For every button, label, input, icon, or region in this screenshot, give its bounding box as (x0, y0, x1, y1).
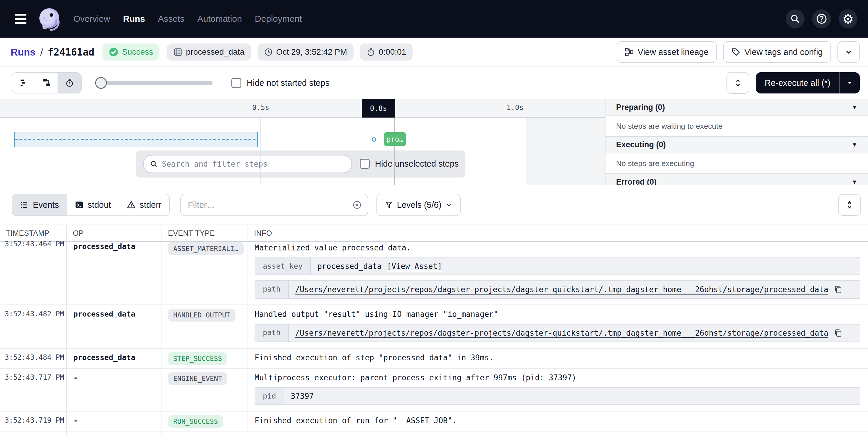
search-icon[interactable] (786, 9, 805, 28)
section-executing-header[interactable]: Executing (0) ▼ (606, 137, 868, 153)
tab-stderr-label: stderr (140, 200, 161, 210)
waiting-dashed-line (15, 139, 257, 140)
hide-unselected-label: Hide unselected steps (375, 159, 459, 169)
view-asset-lineage-button[interactable]: View asset lineage (617, 41, 717, 63)
dagster-logo-icon[interactable] (37, 6, 62, 31)
section-errored-header[interactable]: Errored (0) ▼ (606, 174, 868, 185)
copy-icon[interactable] (834, 285, 842, 294)
gantt-zoom-slider[interactable] (95, 72, 213, 93)
path-link[interactable]: /Users/neverett/projects/repos/dagster-p… (295, 328, 828, 338)
start-time-tag: Oct 29, 3:52:42 PM (257, 44, 353, 61)
event-info-text: Finished execution of step "processed_da… (255, 353, 860, 362)
asset-tag[interactable]: processed_data (167, 44, 251, 61)
header-more-dropdown-button[interactable] (837, 41, 860, 63)
log-filter-input[interactable] (188, 200, 352, 210)
metadata-key: path (255, 324, 289, 342)
nav-item-runs[interactable]: Runs (123, 14, 145, 24)
section-preparing-header[interactable]: Preparing (0) ▼ (606, 99, 868, 116)
settings-gear-icon[interactable]: ⚙ (839, 9, 858, 28)
view-tags-config-button[interactable]: View tags and config (723, 41, 831, 63)
table-row[interactable]: 3:52:43.726 PM - ENGINE_EVENT Process fo… (0, 432, 868, 435)
hide-not-started-checkbox[interactable] (231, 78, 241, 88)
tab-stderr[interactable]: stderr (119, 194, 169, 215)
table-header: TIMESTAMP OP EVENT TYPE INFO (0, 225, 868, 241)
event-op: processed_data (67, 241, 162, 304)
timed-view-button[interactable] (58, 73, 81, 93)
view-asset-link[interactable]: [View Asset] (387, 262, 442, 271)
event-op: - (67, 369, 162, 411)
table-row[interactable]: 3:52:43.717 PM - ENGINE_EVENT Multiproce… (0, 369, 868, 411)
table-row[interactable]: 3:52:43.484 PM processed_data STEP_SUCCE… (0, 349, 868, 369)
metadata-value: processed_data (317, 262, 381, 271)
metadata-row-path: path /Users/neverett/projects/repos/dags… (255, 324, 860, 342)
event-type-badge: ASSET_MATERIALI… (168, 242, 244, 255)
gantt-toolbar: Hide not started steps Re-execute all (*… (0, 67, 868, 99)
gantt-chart[interactable]: 0.5s 1.0s 0.8s pro… Hide unselected (0, 99, 605, 185)
breadcrumb-runs-link[interactable]: Runs (10, 47, 35, 58)
events-toolbar: Events stdout stderr Levels (5/6) (0, 185, 868, 225)
collapse-caret-icon: ▼ (851, 179, 858, 185)
events-list-icon (20, 200, 29, 209)
table-row[interactable]: 3:52:43.719 PM - RUN_SUCCESS Finished ex… (0, 411, 868, 432)
collapse-caret-icon: ▼ (851, 141, 858, 148)
axis-tick: 0.5s (252, 104, 269, 112)
nav-item-deployment[interactable]: Deployment (255, 14, 302, 24)
event-info-text: Finished execution of run for "__ASSET_J… (255, 416, 860, 425)
nav-item-automation[interactable]: Automation (197, 14, 242, 24)
step-bar-processed-data[interactable]: pro… (384, 132, 406, 146)
clock-icon (264, 48, 273, 56)
event-type-badge: ENGINE_EVENT (168, 372, 227, 385)
tab-events[interactable]: Events (12, 194, 67, 215)
nav-item-overview[interactable]: Overview (73, 14, 110, 24)
gantt-overflow-area (526, 118, 605, 185)
col-op: OP (67, 225, 162, 241)
flat-view-button[interactable] (12, 73, 35, 93)
waterfall-view-button[interactable] (35, 73, 58, 93)
collapse-caret-icon: ▼ (851, 104, 858, 111)
slider-handle[interactable] (95, 77, 107, 89)
event-timestamp: 3:52:43.726 PM (0, 432, 67, 435)
step-waiting-region (14, 132, 258, 147)
asset-grid-icon (174, 48, 182, 56)
section-title: Executing (0) (616, 140, 666, 149)
metadata-row-asset-key: asset_key processed_data [View Asset] (255, 258, 860, 275)
expand-log-panel-button[interactable] (838, 194, 861, 216)
gantt-search-panel: Hide unselected steps (136, 150, 465, 177)
log-filter-field[interactable] (180, 194, 368, 216)
levels-dropdown-button[interactable]: Levels (5/6) (376, 194, 461, 216)
step-search-input[interactable] (162, 160, 345, 168)
levels-label: Levels (5/6) (397, 200, 442, 210)
asset-tag-label: processed_data (186, 47, 244, 57)
reexecute-dropdown-button[interactable] (839, 72, 860, 93)
cursor-time-tooltip: 0.8s (362, 99, 395, 118)
gridline-cursor (394, 118, 395, 185)
tab-stdout-label: stdout (88, 200, 111, 210)
table-row[interactable]: 3:52:43.464 PM processed_data ASSET_MATE… (0, 241, 868, 305)
event-op: processed_data (67, 349, 162, 368)
reexecute-all-button[interactable]: Re-execute all (*) (756, 72, 839, 93)
slider-track[interactable] (95, 81, 213, 85)
reexecute-all-split-button: Re-execute all (*) (756, 72, 860, 93)
filter-funnel-icon (385, 201, 393, 209)
table-row[interactable]: 3:52:43.482 PM processed_data HANDLED_OU… (0, 305, 868, 349)
log-view-tabs: Events stdout stderr (12, 194, 170, 216)
hide-unselected-checkbox[interactable] (360, 159, 370, 169)
metadata-row-pid: pid 37397 (255, 387, 860, 405)
hamburger-menu-icon[interactable] (15, 14, 26, 24)
status-badge: Success (102, 44, 159, 61)
tab-stdout[interactable]: stdout (67, 194, 119, 215)
top-nav: Overview Runs Assets Automation Deployme… (0, 0, 868, 38)
hide-not-started-label: Hide not started steps (247, 78, 330, 88)
expand-panel-button[interactable] (726, 72, 749, 94)
nav-items: Overview Runs Assets Automation Deployme… (73, 14, 302, 24)
path-link[interactable]: /Users/neverett/projects/repos/dagster-p… (295, 285, 828, 294)
step-search-field[interactable] (143, 155, 352, 173)
event-type-badge: HANDLED_OUTPUT (168, 309, 236, 322)
help-icon[interactable] (812, 9, 831, 28)
lineage-icon (625, 48, 634, 56)
nav-item-assets[interactable]: Assets (158, 14, 184, 24)
clear-filter-icon[interactable] (352, 200, 362, 209)
copy-icon[interactable] (834, 328, 842, 338)
gridline-0-5s (260, 118, 261, 185)
metadata-value: 37397 (291, 392, 314, 401)
